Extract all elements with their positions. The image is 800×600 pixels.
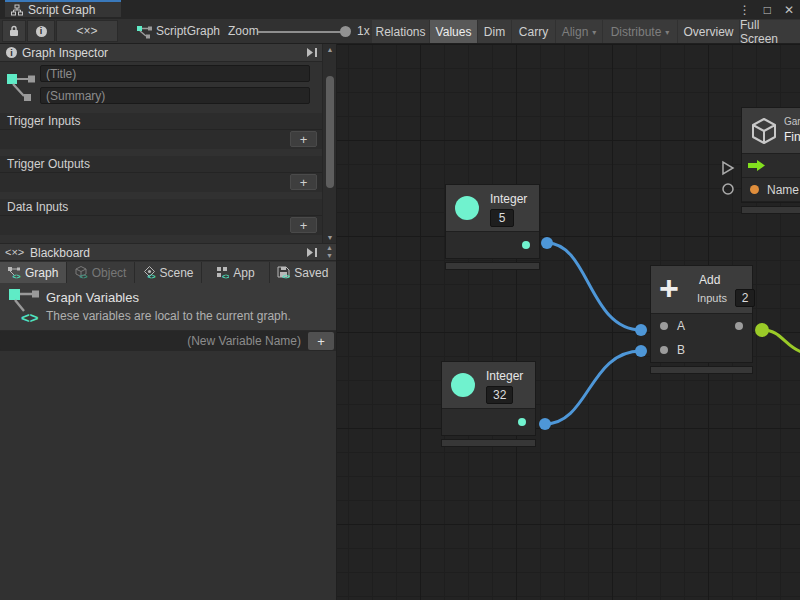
flow-port-row <box>742 154 800 178</box>
scroll-up-icon[interactable]: ▲ <box>326 244 333 251</box>
scene-tab-icon: <> <box>143 266 156 279</box>
node-subtitle: Game <box>784 116 800 127</box>
graph-tab-icon: <> <box>8 266 21 279</box>
chevron-down-icon: ▾ <box>592 28 596 37</box>
titlebar: Script Graph ⋮ □ ✕ <box>0 0 800 19</box>
wire-endpoint-dot[interactable] <box>635 324 647 336</box>
inputs-count-field[interactable]: 2 <box>735 289 755 307</box>
input-port-a[interactable] <box>660 322 668 330</box>
title-input[interactable] <box>40 65 310 82</box>
add-variable-button[interactable]: + <box>308 332 334 350</box>
dock-panel-icon[interactable] <box>306 247 318 258</box>
tab-script-graph[interactable]: Script Graph <box>5 0 121 17</box>
node-title: Integer <box>490 192 527 206</box>
full-screen-button[interactable]: Full Screen <box>740 20 800 43</box>
tab-app[interactable]: <> App <box>202 262 268 283</box>
integer-value-field[interactable]: 32 <box>486 386 513 404</box>
trigger-outputs-section: Trigger Outputs + <box>0 156 322 192</box>
new-variable-input[interactable] <box>0 332 306 350</box>
relations-button[interactable]: Relations <box>372 20 429 43</box>
dim-button[interactable]: Dim <box>478 20 511 43</box>
zoom-slider-thumb[interactable] <box>340 26 351 37</box>
output-port[interactable] <box>735 322 743 330</box>
carry-button[interactable]: Carry <box>512 20 555 43</box>
integer-node-32[interactable]: Integer 32 <box>441 361 536 447</box>
tab-scene[interactable]: <> Scene <box>135 262 201 283</box>
integer-output-port[interactable] <box>518 418 526 426</box>
add-trigger-output-button[interactable]: + <box>290 174 317 190</box>
integer-node-5[interactable]: Integer 5 <box>445 184 540 270</box>
wire-endpoint-dot[interactable] <box>755 323 769 337</box>
values-button[interactable]: Values <box>430 20 477 43</box>
overview-button[interactable]: Overview <box>678 20 739 43</box>
svg-text:<>: <> <box>147 273 155 279</box>
wire-endpoint-dot[interactable] <box>635 345 647 357</box>
node-footer <box>741 206 800 214</box>
wire-integer5-to-add-a[interactable] <box>547 243 641 330</box>
variables-toggle-button[interactable]: <×> <box>56 20 118 42</box>
info-button[interactable]: i <box>27 20 55 42</box>
find-node[interactable]: Game Find Name <box>741 107 800 214</box>
align-dropdown[interactable]: Align ▾ <box>556 20 602 43</box>
flow-input-marker <box>723 162 733 174</box>
port-label: A <box>677 319 685 333</box>
node-title: Find <box>784 130 800 144</box>
tab-saved[interactable]: <> Saved <box>270 262 336 283</box>
section-label: Trigger Outputs <box>0 156 322 173</box>
flow-arrow-icon[interactable] <box>748 160 765 171</box>
lock-button[interactable] <box>2 20 26 42</box>
maximize-icon[interactable]: □ <box>764 3 771 17</box>
object-tab-icon: <> <box>75 266 88 279</box>
wire-integer32-to-add-b[interactable] <box>545 351 641 424</box>
window-controls: ⋮ □ ✕ <box>739 0 794 19</box>
section-label: Trigger Inputs <box>0 113 322 130</box>
graph-canvas[interactable]: Integer 5 Integer 32 <box>337 44 800 600</box>
port-label: Name <box>767 183 799 197</box>
summary-input[interactable] <box>40 87 310 104</box>
wire-endpoint-dot[interactable] <box>539 418 551 430</box>
scrollbar-thumb[interactable] <box>326 76 334 188</box>
add-node[interactable]: + Add Inputs 2 A B <box>650 265 753 374</box>
zoom-label: Zoom <box>228 19 259 44</box>
graph-variables-icon <box>7 68 37 104</box>
lock-icon <box>9 25 19 37</box>
add-data-input-button[interactable]: + <box>290 217 317 233</box>
app-tab-icon: <> <box>216 266 229 279</box>
graph-variables-desc: These variables are local to the current… <box>46 309 291 323</box>
scroll-up-icon[interactable]: ▲ <box>323 46 337 53</box>
tab-object[interactable]: <> Object <box>67 262 133 283</box>
inputs-label: Inputs <box>697 292 727 304</box>
trigger-inputs-section: Trigger Inputs + <box>0 113 322 149</box>
side-panel: i Graph Inspector ▲ ▼ Trigger Inputs + <box>0 44 337 600</box>
add-icon: + <box>659 264 679 312</box>
integer-literal-icon <box>455 196 479 220</box>
distribute-dropdown[interactable]: Distribute ▾ <box>603 20 677 43</box>
integer-output-port[interactable] <box>522 241 530 249</box>
kebab-menu-icon[interactable]: ⋮ <box>739 3 751 17</box>
name-input-port[interactable] <box>750 185 759 194</box>
wire-add-output[interactable] <box>762 330 800 354</box>
info-icon: i <box>36 26 47 37</box>
inspector-scrollbar: ▲ ▼ <box>322 44 336 243</box>
svg-text:<>: <> <box>222 273 229 279</box>
node-title: Add <box>699 273 720 287</box>
section-label: Data Inputs <box>0 199 322 216</box>
data-inputs-section: Data Inputs + <box>0 199 322 235</box>
scroll-down-icon[interactable]: ▼ <box>326 252 333 259</box>
graph-hierarchy-icon <box>11 4 23 16</box>
integer-value-field[interactable]: 5 <box>490 209 514 227</box>
input-port-b[interactable] <box>660 346 668 354</box>
graph-inspector-title: Graph Inspector <box>22 46 108 60</box>
node-footer <box>445 262 540 270</box>
add-trigger-input-button[interactable]: + <box>290 131 317 147</box>
zoom-slider-track[interactable] <box>258 31 350 33</box>
tab-graph[interactable]: <> Graph <box>0 262 66 283</box>
graph-name-label: ScriptGraph <box>156 19 220 44</box>
close-icon[interactable]: ✕ <box>784 3 794 17</box>
port-label: B <box>677 343 685 357</box>
scroll-down-icon[interactable]: ▼ <box>323 234 337 241</box>
dock-panel-icon[interactable] <box>306 47 318 58</box>
port-row-b: B <box>651 338 752 362</box>
wire-endpoint-dot[interactable] <box>541 237 553 249</box>
node-title: Integer <box>486 369 523 383</box>
